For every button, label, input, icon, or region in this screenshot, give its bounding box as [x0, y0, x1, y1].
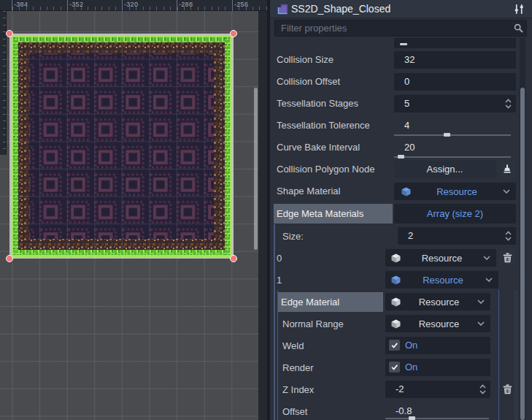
weld-field: [385, 337, 490, 354]
inspector-scrollbar-thumb[interactable]: [520, 88, 525, 420]
shape-point-handle-bottom-left[interactable]: [6, 255, 13, 262]
property-label-collision-size: Collision Size: [277, 49, 334, 71]
tessellation-stages-field[interactable]: 5: [394, 95, 516, 112]
array-size-field[interactable]: 2: [398, 227, 516, 245]
ss2d-shape-closed-icon: [277, 4, 288, 15]
trash-icon: [503, 384, 512, 394]
slider-grabber[interactable]: [400, 43, 407, 45]
property-label-curve-bake-interval: Curve Bake Interval: [277, 137, 360, 159]
weld-checkbox[interactable]: [389, 340, 400, 351]
godot-editor-window: -384 -352 -320 -288 -256 SS2D_Shape_Clos…: [0, 0, 532, 420]
property-label-offset: Offset: [282, 401, 307, 420]
spinner-icon[interactable]: [479, 384, 486, 395]
collision-size-field[interactable]: 32: [394, 51, 516, 69]
shape-point-handle-bottom-right[interactable]: [230, 255, 237, 262]
property-label-shape-material: Shape Material: [277, 180, 340, 202]
ruler-tick: [12, 0, 12, 11]
render-checkbox[interactable]: [389, 362, 400, 373]
chevron-down-icon: [503, 189, 510, 194]
resource-cube-icon: [391, 319, 401, 329]
render-field: [385, 359, 490, 376]
property-label-weld: Weld: [282, 335, 304, 357]
chevron-down-icon: [485, 278, 493, 282]
search-icon: [514, 23, 523, 33]
sub-inspector-scroll-track[interactable]: [514, 290, 518, 420]
shape-material-value: Resource: [411, 186, 503, 197]
slider-grabber[interactable]: [444, 133, 450, 137]
shape-point-handle-top-left[interactable]: [6, 30, 13, 37]
weld-on-label: On: [405, 337, 417, 354]
shape-texture: [9, 34, 234, 259]
partial-row-field[interactable]: [394, 38, 516, 48]
filter-properties-input[interactable]: [274, 20, 527, 37]
render-on-label: On: [405, 359, 417, 376]
shape-material-resource-dropdown[interactable]: Resource: [394, 183, 516, 200]
element-1-value: Resource: [401, 275, 485, 286]
chevron-down-icon: [477, 321, 485, 326]
slider-track[interactable]: [385, 418, 489, 419]
check-icon: [390, 341, 398, 349]
tessellation-tolerence-field[interactable]: 4: [394, 117, 516, 134]
element-1-resource-dropdown[interactable]: Resource: [385, 271, 498, 289]
inspector-title: SS2D_Shape_Closed: [291, 0, 390, 18]
ruler-label: -256: [234, 1, 248, 8]
property-label-tessellation-tolerence: Tessellation Tolerence: [277, 115, 370, 137]
collision-offset-field[interactable]: 0: [394, 73, 516, 91]
viewport-right-edge: [258, 0, 267, 420]
element-0-resource-dropdown[interactable]: Resource: [385, 249, 496, 267]
horizontal-ruler: -384 -352 -320 -288 -256: [0, 0, 267, 11]
slider-grabber[interactable]: [398, 155, 404, 159]
delete-element-0-button[interactable]: [498, 249, 516, 267]
property-label-z-index: Z Index: [282, 379, 314, 401]
ruler-tick: [122, 0, 123, 11]
tessellation-stages-value: 5: [394, 95, 409, 112]
property-label-array-size: Size:: [282, 226, 304, 248]
ruler-tick: [177, 0, 177, 11]
viewport-vertical-scrollbar[interactable]: [254, 88, 258, 250]
array-section-border: [274, 224, 275, 420]
element-0-value: Resource: [401, 253, 483, 264]
normal-range-value: Resource: [401, 318, 477, 329]
slider-track[interactable]: [394, 156, 511, 158]
assign-button[interactable]: Assign...: [394, 161, 496, 178]
z-index-value: -2: [385, 381, 404, 398]
normal-range-resource-dropdown[interactable]: Resource: [385, 315, 490, 332]
shape-point-handle-top-right[interactable]: [230, 30, 237, 37]
slider-grabber[interactable]: [409, 416, 415, 420]
resource-cube-icon: [391, 275, 401, 285]
property-label-render: Render: [282, 357, 314, 379]
ruler-tick: [232, 0, 233, 11]
ruler-label: -320: [124, 1, 138, 8]
ruler-tick: [67, 0, 68, 11]
curve-bake-interval-field[interactable]: 20: [394, 139, 516, 156]
property-label-collision-polygon-node: Collision Polygon Node: [277, 159, 374, 180]
array-element-1-label: 1: [277, 270, 282, 291]
array-size-number: 2: [398, 227, 413, 245]
resource-cube-icon: [391, 297, 401, 307]
trash-icon: [503, 253, 512, 263]
array-size-value: Array (size 2): [427, 208, 483, 219]
ruler-label: -288: [179, 1, 193, 8]
resource-cube-icon: [401, 187, 411, 196]
edge-material-resource-dropdown[interactable]: Resource: [385, 293, 490, 310]
edge-meta-materials-array-button[interactable]: Array (size 2): [394, 204, 516, 224]
clear-node-button[interactable]: [498, 161, 516, 178]
property-label-edge-material: Edge Material: [278, 292, 383, 312]
slider-track[interactable]: [394, 134, 511, 136]
property-label-collision-offset: Collision Offset: [277, 71, 340, 93]
delete-element-1-button[interactable]: [499, 381, 515, 398]
property-label-normal-range: Normal Range: [282, 313, 344, 335]
edge-material-value: Resource: [401, 297, 477, 308]
check-icon: [390, 363, 398, 371]
broom-icon: [502, 164, 512, 175]
ruler-label: -384: [14, 1, 28, 8]
tools-icon[interactable]: [512, 4, 525, 15]
property-label-tessellation-stages: Tessellation Stages: [277, 93, 358, 115]
z-index-field[interactable]: -2: [385, 381, 490, 398]
resource-cube-icon: [391, 253, 401, 263]
spinner-icon[interactable]: [505, 231, 512, 242]
property-label-edge-meta-materials: Edge Meta Materials: [274, 204, 393, 224]
spinner-icon[interactable]: [505, 99, 512, 110]
array-element-0-label: 0: [277, 248, 282, 270]
ruler-label: -352: [69, 1, 83, 8]
